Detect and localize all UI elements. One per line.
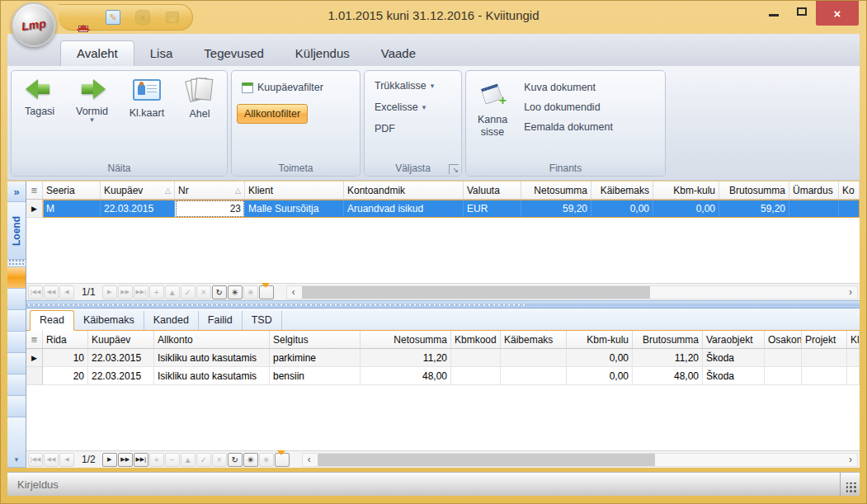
kanna-sisse-button[interactable]: + Kanna sisse — [471, 74, 514, 161]
cell-valuuta[interactable]: EUR — [464, 200, 521, 218]
column-kbm-kulu[interactable]: Kbm-kulu — [653, 181, 719, 199]
navpane-splitter[interactable] — [7, 260, 26, 267]
nav-edit-button[interactable]: ▲ — [181, 453, 196, 467]
tab-kyljendus[interactable]: Küljendus — [280, 41, 365, 66]
tagasi-button[interactable]: Tagasi — [18, 71, 61, 161]
maximize-button[interactable] — [788, 1, 816, 22]
cell-ymardus[interactable] — [789, 200, 839, 218]
cell-kaibemaks[interactable]: 0,00 — [591, 200, 653, 218]
cell-rida[interactable]: 20 — [43, 367, 88, 385]
cell-osakond[interactable] — [765, 349, 802, 367]
scroll-track[interactable] — [300, 286, 844, 299]
nav-next-page-button[interactable]: ▶▶ — [118, 285, 133, 299]
cell-brutosumma[interactable]: 59,20 — [719, 200, 789, 218]
nav-filter-button[interactable] — [275, 453, 290, 467]
cell-kbm-kulu[interactable]: 0,00 — [567, 349, 633, 367]
column-rida[interactable]: Rida — [43, 331, 88, 348]
cell-kuupaev[interactable]: 22.03.2015 — [88, 367, 154, 385]
cell-seeria[interactable]: M — [43, 200, 101, 218]
nav-next-button[interactable]: ▶ — [102, 453, 117, 467]
column-ko[interactable]: Ko — [839, 181, 860, 199]
vormid-button[interactable]: Vormid ▾ — [69, 71, 115, 161]
application-orb-button[interactable]: Lmp — [12, 2, 56, 47]
column-kaibemaks[interactable]: Käibemaks — [591, 181, 653, 199]
nav-refresh-button[interactable]: ↻ — [228, 453, 243, 467]
header-menu-icon[interactable]: ≣ — [26, 331, 43, 348]
tab-kanded[interactable]: Kanded — [144, 311, 199, 330]
cell-brutosumma[interactable]: 48,00 — [633, 367, 703, 385]
column-kaibemaks[interactable]: Käibemaks — [501, 331, 567, 348]
nav-first-button[interactable]: |◀◀ — [28, 453, 43, 467]
cell-netosumma[interactable]: 11,20 — [360, 349, 451, 367]
cell-kbm-kulu[interactable]: 0,00 — [653, 200, 719, 218]
navpane-segment[interactable] — [7, 396, 26, 417]
scroll-thumb[interactable] — [302, 286, 650, 299]
cell-brutosumma[interactable]: 11,20 — [633, 349, 703, 367]
tab-read[interactable]: Read — [30, 310, 74, 331]
column-kuupaev[interactable]: Kuupäev — [88, 331, 154, 348]
nav-insert-button[interactable]: + — [149, 285, 164, 299]
column-kuupaev[interactable]: Kuupäev△ — [101, 181, 175, 199]
scroll-thumb[interactable] — [318, 454, 656, 466]
column-brutosumma[interactable]: Brutosumma — [719, 181, 789, 199]
nav-cancel-button[interactable]: × — [212, 453, 227, 467]
column-nr[interactable]: Nr△ — [175, 181, 245, 199]
column-kl[interactable]: Kl — [847, 331, 860, 348]
cell-kbmkood[interactable] — [451, 367, 501, 385]
nav-goto-bookmark-button[interactable]: ✳ — [243, 285, 258, 299]
column-kbmkood[interactable]: Kbmkood — [451, 331, 501, 348]
cell-ko[interactable] — [839, 200, 860, 218]
cell-allkonto[interactable]: Isikliku auto kasutamis — [154, 349, 270, 367]
navpane-segment[interactable] — [7, 310, 26, 332]
tab-lisa[interactable]: Lisa — [134, 41, 189, 66]
column-valuuta[interactable]: Valuuta — [464, 181, 521, 199]
nav-prev-page-button[interactable]: ◀◀ — [44, 453, 59, 467]
nav-prev-page-button[interactable]: ◀◀ — [44, 285, 59, 299]
cell-kbm-kulu[interactable]: 0,00 — [567, 367, 633, 385]
nav-cancel-button[interactable]: × — [196, 285, 211, 299]
expand-navpane-button[interactable]: » — [7, 181, 26, 202]
cell-nr-focused[interactable]: 23 — [175, 200, 245, 218]
nav-edit-button[interactable]: ▲ — [165, 285, 180, 299]
scroll-left-icon[interactable]: ‹ — [287, 286, 300, 299]
column-seeria[interactable]: Seeria — [43, 181, 101, 199]
cell-klient[interactable]: Malle Suursõitja — [245, 200, 344, 218]
column-kontoandmik[interactable]: Kontoandmik — [344, 181, 464, 199]
nav-insert-button[interactable]: + — [149, 453, 164, 467]
cell-kl[interactable] — [847, 349, 860, 367]
cell-selgitus[interactable]: bensiin — [270, 367, 360, 385]
navpane-segment[interactable] — [7, 353, 26, 374]
nav-next-page-button[interactable]: ▶▶ — [118, 453, 133, 467]
cell-osakond[interactable] — [765, 367, 802, 385]
kuupaevafilter-button[interactable]: Kuupäevafilter — [237, 79, 328, 96]
nav-goto-bookmark-button[interactable]: ✳ — [259, 453, 274, 467]
cell-kaibemaks[interactable] — [501, 367, 567, 385]
cell-varaobjekt[interactable]: Škoda — [703, 367, 765, 385]
pdf-button[interactable]: PDF — [370, 120, 400, 137]
nav-first-button[interactable]: |◀◀ — [28, 285, 43, 299]
detail-grid-empty[interactable] — [26, 385, 860, 450]
cell-kaibemaks[interactable] — [501, 349, 567, 367]
cell-kuupaev[interactable]: 22.03.2015 — [101, 200, 175, 218]
cell-netosumma[interactable]: 59,20 — [521, 200, 591, 218]
scroll-right-icon[interactable]: › — [844, 286, 857, 299]
tab-vaade[interactable]: Vaade — [365, 41, 431, 66]
home-button[interactable] — [75, 9, 92, 26]
nav-refresh-button[interactable]: ↻ — [212, 285, 227, 299]
nav-bookmark-button[interactable]: ✳ — [243, 453, 258, 467]
column-klient[interactable]: Klient — [245, 181, 344, 199]
dialog-launcher-icon[interactable]: ↘ — [449, 164, 459, 174]
cell-kl[interactable] — [847, 367, 860, 385]
navpane-tab-loend[interactable]: Loend — [7, 202, 26, 260]
eemalda-dokument-button[interactable]: Eemalda dokument — [519, 119, 618, 135]
nav-delete-button[interactable]: − — [165, 453, 180, 467]
cell-rida[interactable]: 10 — [43, 349, 88, 367]
tab-failid[interactable]: Failid — [199, 311, 243, 330]
cell-selgitus[interactable]: parkimine — [270, 349, 360, 367]
nav-bookmark-button[interactable]: ✳ — [228, 285, 243, 299]
nav-last-button[interactable]: ▶▶| — [134, 285, 148, 299]
cell-kbmkood[interactable] — [451, 349, 501, 367]
column-allkonto[interactable]: Allkonto — [154, 331, 270, 348]
excelisse-button[interactable]: Excelisse ▾ — [370, 99, 431, 115]
navpane-segment-active[interactable] — [7, 267, 26, 289]
